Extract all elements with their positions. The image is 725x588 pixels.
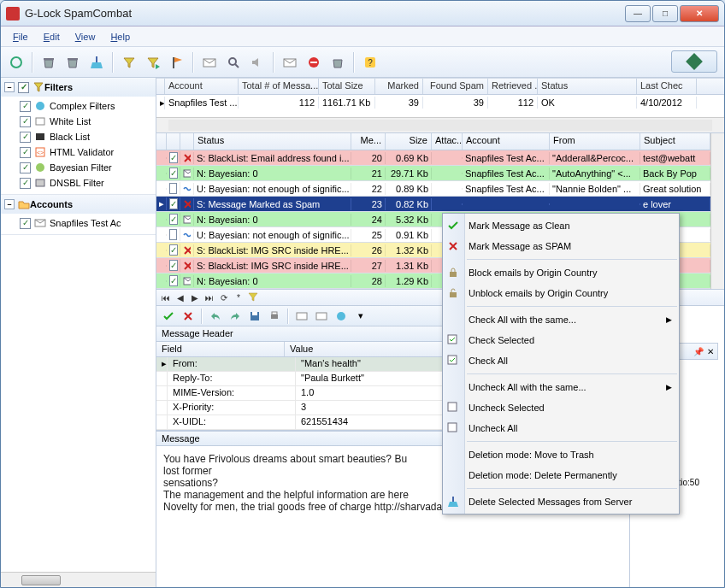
accounts-scrollbar[interactable] [156,117,724,132]
checkbox-icon[interactable] [20,132,31,143]
view-globe-button[interactable] [333,308,350,325]
toolbar-help-button[interactable]: ? [360,52,380,73]
menu-file[interactable]: File [6,30,35,44]
email-row[interactable]: S: BlackList: Email address found i...20… [156,150,710,166]
col-size[interactable]: Size [386,133,432,150]
save-button[interactable] [246,308,263,325]
row-checkbox[interactable] [169,244,178,256]
toolbar-trash-button[interactable] [38,52,59,73]
context-menu-item[interactable]: Block emails by Origin Country [443,262,679,283]
forward-button[interactable] [227,308,244,325]
toolbar-refresh-button[interactable] [6,52,27,73]
context-menu-item[interactable]: Deletion mode: Delete Permanently [443,465,679,485]
email-vscrollbar[interactable] [710,133,724,289]
mark-clean-button[interactable] [160,308,177,325]
reply-button[interactable] [207,308,224,325]
view-source-button[interactable] [313,308,330,325]
context-menu-item[interactable]: Check Selected [443,330,679,350]
first-button[interactable]: ⏮ [160,291,172,303]
toolbar-trash3-button[interactable] [327,52,348,73]
collapse-icon[interactable]: – [4,82,15,92]
col-me[interactable]: Me... [351,133,386,150]
col-retrieved[interactable]: Retrieved ... [488,79,538,94]
col-field[interactable]: Field [156,342,285,356]
toolbar-filter-button[interactable] [119,52,139,73]
view-mail-button[interactable] [293,308,310,325]
sidebar-filter-item[interactable]: Complex Filters [1,98,156,114]
context-menu-item[interactable]: Check All [443,350,679,371]
mark-spam-button[interactable] [180,308,197,325]
row-checkbox[interactable] [169,229,177,240]
context-menu-item[interactable]: Delete Selected Messages from Server [443,491,679,512]
sidebar-accounts-header[interactable]: – Accounts [1,195,156,214]
checkbox-icon[interactable] [20,218,31,229]
context-menu-item[interactable]: Uncheck All with the same...▶ [443,377,679,397]
context-menu-item[interactable]: Mark Message as Clean [443,215,679,236]
context-menu-item[interactable]: Uncheck Selected [443,397,679,418]
col-found-spam[interactable]: Found Spam [423,79,488,94]
toolbar-mute-button[interactable] [247,52,268,73]
row-checkbox[interactable] [169,198,178,209]
toolbar-search-button[interactable] [223,52,244,73]
col-account[interactable]: Account [463,133,550,150]
col-subject[interactable]: Subject [640,133,710,150]
sidebar-account-item[interactable]: Snapfiles Test Ac [1,215,156,231]
col-attach[interactable]: Attac... [432,133,463,150]
row-checkbox[interactable] [169,214,178,225]
col-status[interactable]: Status [194,133,351,150]
close-button[interactable]: ✕ [680,5,719,22]
row-checkbox[interactable] [169,168,178,179]
sidebar-filter-item[interactable]: <>HTML Validator [1,144,156,160]
context-menu-item[interactable]: Mark Message as SPAM [443,236,679,256]
menu-view[interactable]: View [68,30,103,44]
sidebar-filter-item[interactable]: Bayesian Filter [1,160,156,175]
next-button[interactable]: ▶ [189,291,201,303]
sidebar-filters-header[interactable]: – Filters [1,78,156,97]
sidebar-filter-item[interactable]: White List [1,114,156,129]
print-button[interactable] [266,308,283,325]
maximize-button[interactable]: □ [652,5,678,22]
toolbar-trash2-button[interactable] [62,52,83,73]
collapse-icon[interactable]: – [4,199,15,209]
context-menu-item[interactable]: Check All with the same...▶ [443,309,679,330]
toolbar-mail2-button[interactable] [280,52,300,73]
row-checkbox[interactable] [169,183,177,194]
col-total[interactable]: Total # of Messa... [239,79,319,94]
row-checkbox[interactable] [169,152,178,163]
menu-help[interactable]: Help [103,30,137,44]
options-button[interactable]: ▾ [352,308,369,325]
last-button[interactable]: ⏭ [203,291,215,303]
col-status[interactable]: Status [538,79,637,94]
context-menu-item[interactable]: Unblock emails by Origin Country [443,283,679,303]
col-from[interactable]: From [550,133,640,150]
row-checkbox[interactable] [169,275,178,286]
pin-icon[interactable]: 📌 [693,347,704,356]
menu-edit[interactable]: Edit [37,30,67,44]
checkbox-icon[interactable] [20,178,31,189]
toolbar-broom-button[interactable] [86,52,107,73]
close-icon[interactable]: ✕ [707,347,714,356]
minimize-button[interactable]: — [625,5,651,22]
email-row[interactable]: N: Bayesian: 02129.71 KbSnapfiles Test A… [156,166,710,181]
col-last-check[interactable]: Last Chec [637,79,697,94]
email-row[interactable]: ▸S: Message Marked as Spam230.82 Kbe lov… [156,197,710,212]
sidebar-filter-item[interactable]: DNSBL Filter [1,175,156,191]
filter-nav-icon[interactable] [247,291,259,303]
col-account[interactable]: Account [165,79,239,94]
toolbar-block-button[interactable] [304,52,324,73]
col-total-size[interactable]: Total Size [319,79,375,94]
asterisk-button[interactable]: * [233,291,245,303]
toolbar-filter-play-button[interactable] [143,52,163,73]
row-checkbox[interactable] [169,260,178,271]
checkbox-icon[interactable] [18,82,29,93]
col-marked[interactable]: Marked [375,79,423,94]
context-menu-item[interactable]: Uncheck All [443,418,679,438]
checkbox-icon[interactable] [20,147,31,158]
prev-button[interactable]: ◀ [174,291,186,303]
sidebar-scrollbar[interactable] [1,572,156,587]
checkbox-icon[interactable] [20,116,31,127]
checkbox-icon[interactable] [20,101,31,112]
sidebar-filter-item[interactable]: Black List [1,129,156,144]
account-row[interactable]: ▸ Snapfiles Test ... 112 1161.71 Kb 39 3… [156,95,724,110]
context-menu-item[interactable]: Deletion mode: Move to Trash [443,444,679,465]
